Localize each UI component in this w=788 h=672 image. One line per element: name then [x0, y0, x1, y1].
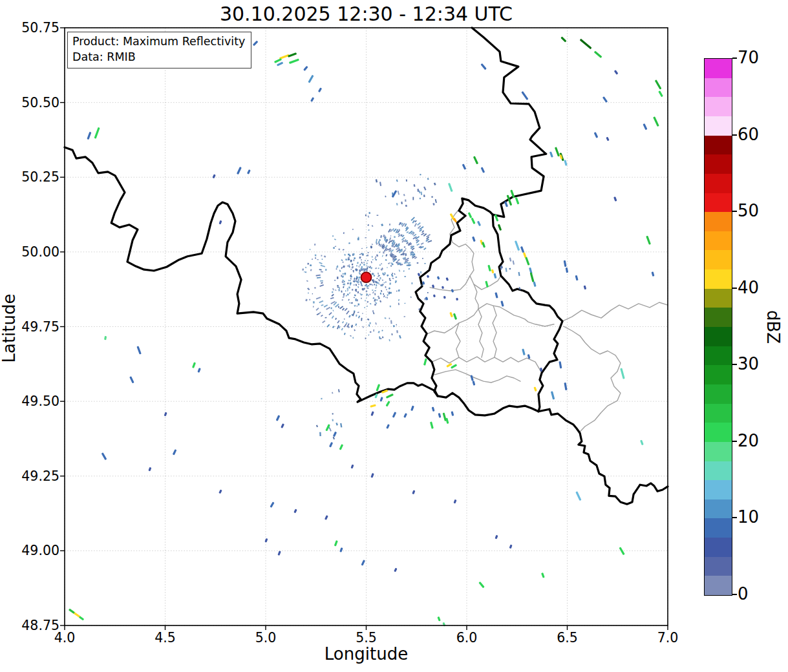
echo-streak [472, 381, 475, 386]
echo-speck [427, 178, 429, 180]
echo-streak [318, 87, 322, 92]
echo-streak [564, 383, 567, 390]
echo-streak [564, 260, 567, 267]
echo-streak [448, 183, 453, 192]
echo-streak [472, 236, 476, 242]
clutter-speck [351, 266, 354, 269]
echo-streak [443, 296, 446, 299]
colorbar-tick-label: 50 [738, 201, 776, 220]
colorbar-tick-mark [732, 594, 737, 595]
clutter-speck [374, 284, 375, 285]
radar-site-marker [361, 272, 372, 282]
echo-streak [602, 96, 608, 103]
echo-streak [468, 212, 473, 218]
echo-speck [513, 260, 515, 265]
clutter-speck [377, 215, 379, 216]
national-border [538, 409, 668, 504]
echo-streak [79, 616, 84, 620]
clutter-speck [349, 280, 351, 281]
echo-streak [370, 473, 374, 478]
clutter-arc-speck [403, 249, 406, 253]
colorbar-segment [705, 518, 732, 538]
clutter-speck [307, 263, 309, 265]
clutter-speck [388, 263, 389, 264]
clutter-arc-speck [414, 220, 417, 223]
clutter-speck [337, 277, 338, 280]
colorbar-tick-mark [732, 288, 737, 289]
clutter-speck [372, 259, 374, 260]
clutter-speck [422, 258, 423, 259]
clutter-arc-speck [412, 220, 415, 224]
echo-streak [658, 90, 663, 97]
clutter-speck [370, 284, 372, 286]
echo-streak [197, 368, 200, 373]
y-tick-label: 50.75 [12, 20, 59, 36]
echo-streak [376, 384, 380, 391]
echo-streak [386, 424, 390, 429]
clutter-arc-speck [317, 277, 321, 278]
echo-speck [335, 423, 338, 426]
echo-speck [432, 203, 434, 205]
clutter-speck [375, 259, 377, 260]
echo-streak [541, 572, 545, 578]
colorbar-tick-mark [732, 58, 737, 59]
clutter-speck [371, 261, 372, 264]
clutter-speck [365, 290, 367, 292]
echo-streak [136, 346, 141, 354]
clutter-speck [381, 284, 383, 286]
clutter-speck [306, 280, 308, 282]
radar-figure: 30.10.2025 12:30 - 12:34 UTC Product: Ma… [0, 0, 788, 672]
colorbar-segment [705, 250, 732, 269]
national-border [472, 28, 546, 217]
clutter-speck [345, 273, 346, 274]
echo-streak [129, 376, 134, 383]
regional-border [493, 306, 496, 357]
colorbar-segment [705, 346, 732, 365]
clutter-speck [376, 254, 378, 257]
clutter-speck [352, 229, 354, 230]
echo-speck [405, 200, 406, 202]
radar-map-canvas [65, 28, 668, 625]
clutter-arc-speck [421, 233, 425, 235]
clutter-speck [376, 303, 377, 304]
echo-streak [487, 265, 491, 271]
echo-streak [456, 298, 458, 301]
clutter-speck [378, 276, 379, 277]
colorbar-segment [705, 538, 732, 557]
echo-speck [333, 437, 335, 439]
echo-streak [477, 221, 481, 227]
echo-streak [606, 137, 609, 142]
clutter-speck [341, 259, 343, 261]
echo-speck [389, 339, 390, 342]
clutter-arc-speck [408, 262, 411, 264]
echo-streak [521, 91, 528, 100]
clutter-speck [376, 281, 377, 283]
clutter-arc-speck [315, 308, 319, 311]
clutter-speck [395, 277, 397, 278]
y-tick-label: 49.75 [12, 319, 59, 335]
clutter-arc-speck [342, 321, 344, 324]
colorbar-segment [705, 97, 732, 116]
clutter-speck [312, 293, 314, 295]
clutter-speck [367, 319, 369, 320]
colorbar-tick-mark [732, 441, 737, 442]
clutter-speck [374, 299, 376, 301]
clutter-speck [374, 304, 376, 306]
colorbar-segment [705, 461, 732, 480]
colorbar-segment [705, 480, 732, 499]
clutter-speck [336, 268, 337, 269]
clutter-speck [372, 289, 373, 291]
clutter-speck [341, 267, 343, 269]
echo-streak [308, 75, 314, 83]
echo-streak [247, 169, 251, 174]
y-tick-label: 50.50 [12, 95, 59, 110]
clutter-speck [343, 296, 345, 298]
clutter-arc-speck [319, 269, 322, 270]
clutter-speck [309, 249, 310, 250]
clutter-arc-speck [322, 320, 325, 323]
echo-streak [551, 391, 555, 399]
echo-streak [480, 63, 487, 70]
clutter-speck [385, 297, 387, 298]
clutter-speck [381, 290, 383, 292]
clutter-arc-speck [326, 307, 330, 310]
